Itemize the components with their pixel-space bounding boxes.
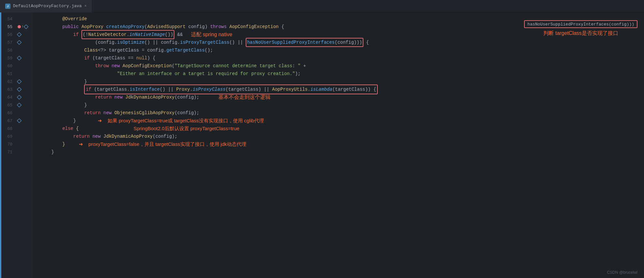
- code-line-58: Class<?> targetClass = config.getTargetC…: [40, 46, 644, 54]
- code-line-64: return new JdkDynamicAopProxy(config); 基…: [40, 93, 644, 101]
- line-number-66: 66: [0, 111, 16, 116]
- code-line-54: @Override: [40, 15, 644, 23]
- bookmark-55: [24, 24, 28, 29]
- sidebar-stripe: [0, 12, 1, 278]
- code-line-63: if (targetClass.isInterface() || Proxy.i…: [40, 85, 644, 93]
- line-number-67: 67: [0, 118, 16, 123]
- bookmark-59: [17, 56, 22, 60]
- tab-filename: DefaultAopProxyFactory.java: [13, 4, 82, 8]
- code-line-59: if (targetClass == null) {: [40, 54, 644, 62]
- code-line-65: }: [40, 101, 644, 109]
- line-number-62: 62: [0, 79, 16, 84]
- bookmark-56: [17, 32, 22, 37]
- line-number-70: 70: [0, 142, 16, 147]
- line-number-63: 63: [0, 87, 16, 92]
- line-number-55: 55: [0, 24, 16, 29]
- code-line-68: else { SpringBoot2.0后默认设置 proxyTargetCla…: [40, 125, 644, 132]
- code-line-56: if (!NativeDetector.inNativeImage()) && …: [40, 31, 644, 39]
- code-line-57: (config.isOptimize() || config.isProxyTa…: [40, 39, 644, 46]
- java-file-icon: J: [5, 4, 10, 9]
- code-line-69: return new JdkDynamicAopProxy(config);: [40, 132, 644, 140]
- bookmark-63: [17, 87, 22, 92]
- line-number-64: 64: [0, 95, 16, 100]
- csdn-watermark: CSDN @brucelwl: [607, 270, 637, 275]
- line-number-56: 56: [0, 32, 16, 37]
- line-number-61: 61: [0, 71, 16, 76]
- code-area: @Override public AopProxy createAopProxy…: [33, 12, 644, 278]
- tab-bar: J DefaultAopProxyFactory.java ×: [0, 0, 644, 12]
- code-line-55: public AopProxy createAopProxy(AdvisedSu…: [40, 23, 644, 31]
- line-number-58: 58: [0, 48, 16, 53]
- bookmark-67: [17, 118, 22, 123]
- code-line-61: "Either an interface or a target is requ…: [40, 70, 644, 78]
- line-number-69: 69: [0, 134, 16, 139]
- line-number-60: 60: [0, 64, 16, 69]
- line-number-65: 65: [0, 103, 16, 108]
- editor-area: 54 55 ↑ 56 57 58: [0, 12, 644, 278]
- bookmark-57: [17, 40, 22, 45]
- gutter: 54 55 ↑ 56 57 58: [0, 12, 33, 278]
- code-line-66: return new ObjenesisCglibAopProxy(config…: [40, 109, 644, 117]
- code-line-60: throw new AopConfigException("TargetSour…: [40, 62, 644, 70]
- line-number-68: 68: [0, 126, 16, 131]
- line-number-59: 59: [0, 56, 16, 61]
- bookmark-65: [17, 103, 22, 107]
- line-number-71: 71: [0, 150, 16, 155]
- close-icon[interactable]: ×: [84, 4, 87, 8]
- line-number-57: 57: [0, 40, 16, 45]
- bookmark-64: [17, 95, 22, 100]
- bookmark-62: [17, 79, 22, 84]
- line-number-54: 54: [0, 17, 16, 22]
- code-line-67: } ➜ 如果 proxyTargetClass=true或 targetClas…: [40, 117, 644, 125]
- file-tab[interactable]: J DefaultAopProxyFactory.java ×: [0, 0, 92, 12]
- breakpoint-55[interactable]: [18, 25, 21, 28]
- code-line-70: } ➜ proxyTargetClass=false，并且 targetClas…: [40, 140, 644, 148]
- code-line-71: }: [40, 148, 644, 156]
